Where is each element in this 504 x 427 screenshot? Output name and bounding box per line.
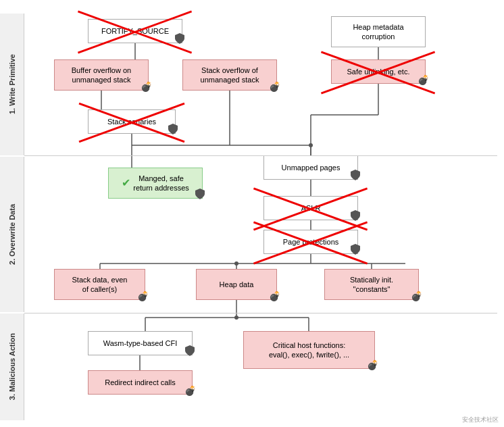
unmapped-label: Unmapped pages (282, 163, 341, 172)
static-init-bomb-icon: 💣 (411, 290, 422, 302)
wasm-cfi-box: Wasm-type-based CFI (88, 331, 193, 355)
stack-data-bomb-icon: 💣 (137, 290, 149, 302)
mangled-shield-icon (195, 189, 205, 199)
stack-data-wrapper: Stack data, even of caller(s) 💣 (54, 269, 145, 300)
static-init-box: Statically init. "constants" 💣 (324, 269, 419, 300)
buf-overflow-label: Buffer overflow on unmanaged stack (72, 66, 131, 85)
heap-data-bomb-icon: 💣 (269, 290, 280, 302)
mangled-box: ✔ Manged, safe return addresses (108, 168, 203, 199)
page-prot-box: Page protections (263, 230, 358, 254)
heap-data-label: Heap data (220, 280, 254, 289)
svg-point-26 (234, 261, 238, 266)
static-init-wrapper: Statically init. "constants" 💣 (324, 269, 419, 300)
redirect-label: Redirect indirect calls (105, 378, 176, 387)
section-label-write: 1. Write Primitive (8, 54, 16, 114)
unmapped-box: Unmapped pages (263, 155, 358, 180)
page-prot-label: Page protections (283, 237, 339, 247)
diagram-container: 1. Write Primitive 2. Overwrite Data 3. … (0, 0, 504, 427)
aslr-box: ASLR (263, 196, 358, 220)
watermark: 安全技术社区 (462, 416, 499, 424)
heap-data-box: Heap data 💣 (196, 269, 277, 300)
unmapped-wrapper: Unmapped pages (263, 155, 358, 180)
fortify-shield-icon (175, 33, 184, 44)
stack-canaries-wrapper: Stack canaries (88, 109, 176, 134)
fortify-source-wrapper: FORTIFY_SOURCE (88, 19, 182, 43)
stack-canaries-shield-icon (168, 124, 178, 134)
fortify-source-label: FORTIFY_SOURCE (101, 26, 169, 36)
divider-1 (24, 155, 497, 156)
mangled-wrapper: ✔ Manged, safe return addresses (108, 168, 203, 199)
buf-overflow-wrapper: Buffer overflow on unmanaged stack 💣 (54, 59, 149, 91)
stack-overflow-label: Stack overflow of unmanaged stack (201, 66, 259, 85)
fortify-source-box: FORTIFY_SOURCE (88, 19, 182, 43)
redirect-wrapper: Redirect indirect calls 💣 (88, 370, 193, 395)
page-prot-wrapper: Page protections (263, 230, 358, 254)
wasm-cfi-label: Wasm-type-based CFI (103, 338, 178, 348)
buf-overflow-box: Buffer overflow on unmanaged stack 💣 (54, 59, 149, 91)
stack-overflow-box: Stack overflow of unmanaged stack 💣 (182, 59, 277, 91)
safe-unlinking-label: Safe unlinking, etc. (347, 67, 410, 76)
safe-unlinking-bomb-icon: 💣 (418, 74, 429, 86)
divider-2 (24, 313, 497, 313)
critical-host-wrapper: Critical host functions: eval(), exec(),… (243, 331, 375, 369)
svg-point-27 (234, 316, 238, 320)
page-prot-shield-icon (351, 244, 360, 255)
stack-canaries-label: Stack canaries (107, 117, 156, 126)
static-init-label: Statically init. "constants" (350, 275, 393, 295)
critical-host-label: Critical host functions: eval(), exec(),… (269, 341, 349, 360)
redirect-bomb-icon: 💣 (184, 384, 196, 397)
stack-data-label: Stack data, even of caller(s) (72, 275, 128, 295)
stack-overflow-wrapper: Stack overflow of unmanaged stack 💣 (182, 59, 277, 91)
stack-canaries-box: Stack canaries (88, 109, 176, 134)
section-label-malicious: 3. Malicious Action (8, 333, 16, 400)
redirect-box: Redirect indirect calls 💣 (88, 370, 193, 395)
aslr-label: ASLR (301, 203, 321, 213)
critical-host-bomb-icon: 💣 (367, 359, 378, 371)
stack-data-box: Stack data, even of caller(s) 💣 (54, 269, 145, 300)
safe-unlinking-box: Safe unlinking, etc. 💣 (331, 59, 426, 84)
svg-point-25 (309, 143, 313, 147)
heap-metadata-wrapper: Heap metadata corruption (331, 16, 426, 47)
safe-unlinking-wrapper: Safe unlinking, etc. 💣 (331, 59, 426, 84)
wasm-cfi-wrapper: Wasm-type-based CFI (88, 331, 193, 355)
stack-overflow-bomb-icon: 💣 (269, 80, 280, 93)
section-label-overwrite: 2. Overwrite Data (8, 204, 16, 265)
aslr-wrapper: ASLR (263, 196, 358, 220)
green-check-icon: ✔ (122, 176, 130, 191)
critical-host-box: Critical host functions: eval(), exec(),… (243, 331, 375, 369)
heap-metadata-box: Heap metadata corruption (331, 16, 426, 47)
mangled-label: Manged, safe return addresses (133, 174, 189, 193)
wasm-cfi-shield-icon (185, 345, 195, 356)
heap-metadata-label: Heap metadata corruption (353, 22, 403, 42)
buf-overflow-bomb-icon: 💣 (141, 80, 152, 93)
aslr-shield-icon (351, 210, 360, 221)
heap-data-wrapper: Heap data 💣 (196, 269, 277, 300)
unmapped-shield-icon (351, 170, 360, 180)
